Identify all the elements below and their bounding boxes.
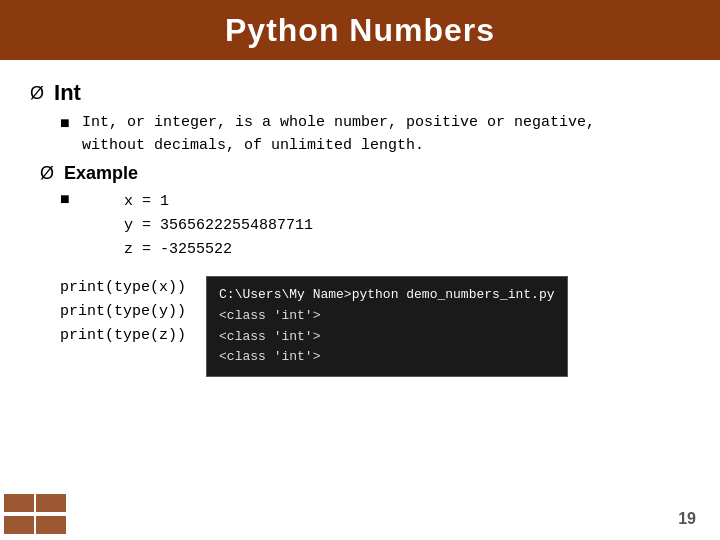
int-heading-label: Int	[54, 80, 81, 106]
terminal-output-line-1: <class 'int'>	[219, 306, 554, 327]
decorative-bricks	[0, 490, 80, 540]
int-desc-line1: Int, or integer, is a whole number, posi…	[82, 112, 595, 135]
example-heading: Ø Example	[40, 163, 680, 184]
print-x: print(type(x))	[60, 276, 186, 300]
brick-1	[4, 494, 34, 512]
print-y: print(type(y))	[60, 300, 186, 324]
page-number: 19	[678, 510, 696, 528]
brick-2	[36, 494, 66, 512]
brick-4	[36, 516, 66, 534]
print-z: print(type(z))	[60, 324, 186, 348]
code-variables: ■ x = 1 y = 35656222554887711 z = -32555…	[60, 188, 680, 262]
int-description: ■ Int, or integer, is a whole number, po…	[60, 112, 680, 157]
brick-3	[4, 516, 34, 534]
code-line-z: z = -3255522	[124, 238, 313, 262]
int-desc-line2: without decimals, of unlimited length.	[82, 135, 595, 158]
bullet-icon-2: ■	[60, 190, 72, 208]
int-heading: Ø Int	[30, 80, 680, 106]
code-variables-text: x = 1 y = 35656222554887711 z = -3255522	[124, 190, 313, 262]
print-statements: print(type(x)) print(type(y)) print(type…	[60, 276, 186, 348]
bullet-icon-1: ■	[60, 114, 72, 132]
int-description-text: Int, or integer, is a whole number, posi…	[82, 112, 595, 157]
terminal-output-line-3: <class 'int'>	[219, 347, 554, 368]
arrow-icon-2: Ø	[40, 163, 54, 184]
main-content: Ø Int ■ Int, or integer, is a whole numb…	[0, 60, 720, 397]
example-label: Example	[64, 163, 138, 184]
code-line-x: x = 1	[124, 190, 313, 214]
terminal-output: C:\Users\My Name>python demo_numbers_int…	[206, 276, 567, 377]
code-line-y: y = 35656222554887711	[124, 214, 313, 238]
header: Python Numbers	[0, 0, 720, 60]
terminal-area: print(type(x)) print(type(y)) print(type…	[60, 276, 680, 377]
terminal-command: C:\Users\My Name>python demo_numbers_int…	[219, 285, 554, 306]
arrow-icon-1: Ø	[30, 83, 44, 104]
terminal-output-line-2: <class 'int'>	[219, 327, 554, 348]
page-title: Python Numbers	[225, 12, 495, 49]
